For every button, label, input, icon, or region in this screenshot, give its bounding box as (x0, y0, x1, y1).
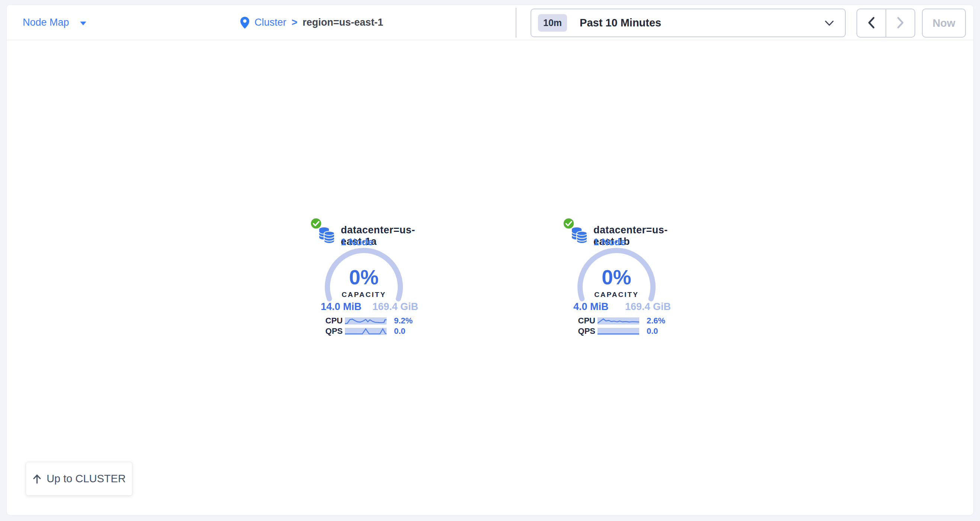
header-divider (515, 8, 516, 38)
time-range-badge: 10m (538, 14, 567, 32)
chevron-right-icon (896, 16, 904, 30)
breadcrumb-current: region=us-east-1 (302, 17, 383, 28)
now-button[interactable]: Now (922, 8, 966, 38)
cpu-sparkline (598, 317, 639, 325)
time-prev-button[interactable] (857, 9, 886, 37)
cpu-label: CPU (321, 316, 343, 326)
capacity-range: 14.0 MiB 169.4 GiB (321, 302, 418, 312)
stat-row-qps: QPS 0.0 (321, 327, 425, 335)
up-to-cluster-label: Up to CLUSTER (46, 473, 126, 485)
capacity-total: 169.4 GiB (372, 302, 418, 312)
qps-sparkline (598, 328, 639, 335)
time-range-dropdown[interactable]: 10m Past 10 Minutes (531, 8, 846, 37)
breadcrumb: Cluster > region=us-east-1 (240, 5, 383, 40)
capacity-used: 14.0 MiB (321, 302, 362, 312)
chevron-left-icon (867, 16, 875, 30)
capacity-total: 169.4 GiB (625, 302, 671, 312)
cpu-sparkline (345, 317, 387, 325)
stat-row-cpu: CPU 9.2% (321, 317, 425, 325)
qps-value: 0.0 (394, 327, 406, 336)
cpu-value: 9.2% (394, 316, 413, 326)
datacenter-card-us-east-1b[interactable]: datacenter=us-east-1b 1 Node 0% CAPACITY… (557, 217, 680, 342)
header-bar: Node Map Cluster > region=us-east-1 10m … (7, 5, 973, 40)
view-selector-label: Node Map (23, 17, 69, 28)
capacity-label: CAPACITY (570, 291, 663, 299)
cpu-label: CPU (573, 316, 595, 326)
qps-label: QPS (573, 327, 595, 336)
time-range-label: Past 10 Minutes (580, 17, 661, 29)
node-map-panel: Node Map Cluster > region=us-east-1 10m … (6, 5, 974, 515)
qps-label: QPS (321, 327, 343, 336)
time-next-button[interactable] (886, 9, 915, 37)
database-stack-icon (571, 226, 588, 245)
caret-down-icon (80, 17, 87, 28)
arrow-up-icon (32, 474, 42, 484)
qps-sparkline (345, 328, 387, 335)
up-to-cluster-button[interactable]: Up to CLUSTER (25, 462, 132, 496)
location-pin-icon (240, 17, 249, 29)
stat-row-qps: QPS 0.0 (573, 327, 678, 335)
time-nav-arrows (856, 8, 915, 38)
capacity-percentage: 0% (323, 267, 405, 288)
breadcrumb-separator: > (292, 17, 298, 28)
capacity-used: 4.0 MiB (573, 302, 609, 312)
view-selector-dropdown[interactable]: Node Map (23, 5, 87, 40)
capacity-percentage: 0% (576, 267, 657, 288)
qps-value: 0.0 (647, 327, 658, 336)
stat-row-cpu: CPU 2.6% (573, 317, 678, 325)
database-stack-icon (318, 226, 335, 245)
capacity-range: 4.0 MiB 169.4 GiB (573, 302, 671, 312)
capacity-label: CAPACITY (317, 291, 410, 299)
chevron-down-icon (825, 21, 834, 28)
datacenter-card-us-east-1a[interactable]: datacenter=us-east-1a 1 Node 0% CAPACITY… (304, 217, 427, 342)
breadcrumb-cluster-link[interactable]: Cluster (255, 17, 286, 28)
cpu-value: 2.6% (647, 316, 665, 326)
